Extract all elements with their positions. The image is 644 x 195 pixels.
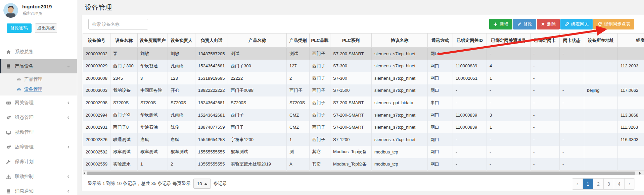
table-cell: -	[487, 158, 531, 171]
table-cell: modbus_tcp	[372, 158, 428, 171]
records-summary: 显示第 1 到第 10 条记录，总共 35 条记录 每页显示	[88, 181, 191, 187]
sidebar-item-config-management[interactable]: 组态管理	[0, 110, 77, 125]
user-name: hignton2019	[22, 4, 52, 9]
page-next-button[interactable]: ›	[624, 179, 635, 189]
sidebar-item-product-device[interactable]: 产品设备	[0, 59, 77, 73]
scroll-left-icon[interactable]	[84, 172, 85, 175]
table-cell: 2	[168, 158, 195, 171]
table-cell: CMZ	[287, 109, 310, 121]
column-header: 经度	[618, 34, 644, 48]
edit-button[interactable]: 修改	[513, 19, 536, 29]
sidebar-item-device-management[interactable]: 设备管理	[0, 84, 77, 94]
submenu-product-device: 产品管理设备管理	[0, 73, 77, 95]
table-cell: -	[531, 60, 560, 72]
table-row[interactable]: 200002559实验废水1213555555555实验室废水处理2019A其它…	[83, 158, 644, 171]
column-header: 已绑定网关通道号	[487, 34, 531, 48]
page-button-3[interactable]: 3	[603, 179, 614, 189]
table-cell: -	[453, 96, 487, 109]
table-cell	[618, 158, 644, 171]
sitemap-icon	[6, 174, 14, 179]
table-cell	[584, 109, 618, 121]
table-cell: 18922222222	[195, 84, 228, 97]
table-cell: 13555555555	[195, 158, 228, 171]
table-cell: CMZ	[287, 121, 310, 134]
page-button-4[interactable]: 4	[614, 179, 624, 189]
sidebar-item-label: 保养计划	[15, 159, 34, 165]
table-cell: 116.3303	[618, 133, 644, 146]
table-cell	[560, 60, 584, 72]
table-cell: siemens_s7tcp_hinet	[372, 48, 428, 60]
table-cell: beijing	[584, 84, 618, 97]
table-cell: 200002994	[83, 109, 110, 121]
table-row[interactable]: 200002582猴车测试猴车测试猴车测试15555555555猴车测试测其它M…	[83, 146, 644, 158]
table-cell: S7200S	[168, 96, 195, 109]
table-cell	[584, 72, 618, 84]
column-header: 设备负责人	[168, 34, 195, 48]
table-cell: 110000839	[453, 60, 487, 72]
table-row[interactable]: 200003029西门子300华辰智通孔雨绵15243642681西门子3001…	[83, 60, 644, 72]
table-cell: 22222	[228, 72, 287, 84]
table-cell: S7-300	[330, 72, 372, 84]
table-cell: 测试	[228, 48, 287, 60]
sidebar-item-maintenance-plan[interactable]: 保养计划	[0, 154, 77, 169]
pager: ‹1234›	[572, 178, 635, 190]
column-header: PLC品牌	[310, 34, 330, 48]
table-cell: S7200S	[287, 96, 310, 109]
add-button[interactable]: 新增	[489, 19, 512, 29]
table-cell: siemens_s7tcp_hinet	[372, 121, 428, 134]
sidebar-item-message-notify[interactable]: 消息通知	[0, 184, 77, 195]
change-password-button[interactable]: 修改密码	[7, 23, 32, 33]
sidebar-item-fault-management[interactable]: 故障管理	[0, 140, 77, 154]
table-row[interactable]: 200003032泵刘敏刘敏13487587205测试测试西门子S7-200-S…	[83, 48, 644, 60]
delete-button[interactable]: 删除	[537, 19, 560, 29]
table-cell: -	[531, 84, 560, 97]
table-cell: S7-300	[330, 60, 372, 72]
refresh-icon	[597, 22, 602, 26]
sidebar-item-linkage-control[interactable]: 联动控制	[0, 169, 77, 184]
page-size-select[interactable]: 10	[193, 179, 211, 189]
table-row[interactable]: 200002826联通测试唐斌唐斌15546654258字符串12001西门子S…	[83, 133, 644, 146]
table-cell: 华辰测试	[138, 109, 168, 121]
device-table: 设备编号设备名称设备所属客户设备负责人负责人电话产品名称产品类别PLC品牌PLC…	[83, 33, 644, 171]
table-cell: 1	[287, 133, 310, 146]
table-cell: 200003008	[83, 72, 110, 84]
table-cell: 2	[287, 72, 310, 84]
table-row[interactable]: 200002931西门子8华通石油陈俊18874877559西门子CMZ西门子S…	[83, 121, 644, 134]
sidebar-item-label: 产品设备	[15, 63, 34, 69]
table-row[interactable]: 2000030082345312315318919695222222西门子S7-…	[83, 72, 644, 84]
table-cell: 200003003	[83, 84, 110, 97]
plus-icon	[493, 22, 498, 26]
page-button-1[interactable]: 1	[583, 179, 593, 189]
sidebar-item-label: 视频管理	[15, 129, 34, 135]
search-input[interactable]	[88, 19, 148, 29]
column-header: 设备名称	[110, 34, 138, 48]
table-cell: S7200S	[228, 96, 287, 109]
page-button-2[interactable]: 2	[593, 179, 603, 189]
sidebar-item-gateway-management[interactable]: 网关管理	[0, 95, 77, 110]
table-cell: 网口	[428, 60, 453, 72]
chevron-left-icon	[67, 116, 70, 119]
bind-gateway-button[interactable]: 绑定网关	[560, 19, 593, 29]
chevron-down-icon	[67, 65, 70, 68]
table-cell: 西门子	[310, 109, 330, 121]
sidebar-item-video-management[interactable]: 视频管理	[0, 125, 77, 140]
page-prev-button[interactable]: ‹	[572, 179, 583, 189]
table-row[interactable]: 200003003我的设备中国国务院开心18922222222西门子0088西门…	[83, 84, 644, 97]
table-cell: S7-1500	[330, 84, 372, 97]
table-cell: -	[531, 121, 560, 134]
sidebar-item-system-overview[interactable]: 系统总览	[0, 45, 77, 59]
dot-circle-icon	[17, 87, 24, 92]
book-icon	[6, 189, 14, 194]
sidebar-item-label: 产品管理	[24, 76, 42, 82]
force-sync-button[interactable]: 强制同步点表	[593, 19, 634, 29]
table-cell: 网口	[428, 84, 453, 97]
scrollbar-thumb[interactable]	[87, 172, 635, 175]
sidebar-item-product-management[interactable]: 产品管理	[0, 74, 77, 84]
chevron-left-icon	[67, 175, 70, 178]
scroll-right-icon[interactable]	[639, 172, 641, 175]
table-cell: 200002559	[83, 158, 110, 171]
table-cell: Modbus_Tcp设备	[330, 158, 372, 171]
table-row[interactable]: 200002994西门子XI华辰测试孔雨绵15243642681西门子CMZ西门…	[83, 109, 644, 121]
table-row[interactable]: 200002998S7200SS7200SS7200S15243642681S7…	[83, 96, 644, 109]
logout-button[interactable]: 退出系统	[35, 23, 57, 33]
